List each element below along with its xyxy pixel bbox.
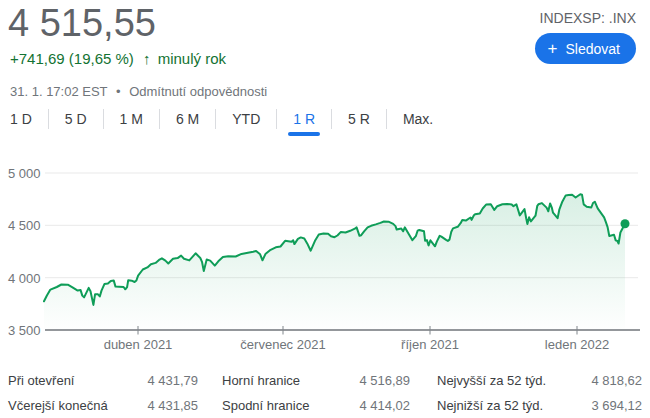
tab-6m[interactable]: 6 M — [160, 103, 215, 135]
x-axis-label: duben 2021 — [104, 337, 173, 352]
tab-5d[interactable]: 5 D — [49, 103, 103, 135]
follow-button[interactable]: + Sledovat — [535, 33, 636, 64]
timestamp: 31. 1. 17:02 EST — [10, 84, 107, 99]
summary-value: 4 414,02 — [359, 398, 410, 413]
up-arrow-icon: ↑ — [143, 50, 151, 67]
summary-column-range: Horní hranice 4 516,89 Spodní hranice 4 … — [222, 368, 410, 418]
summary-row: Nejvyšší za 52 týd. 4 818,62 — [437, 368, 642, 393]
summary-row: Včerejší konečná 4 431,85 — [8, 393, 198, 418]
last-price-dot — [621, 219, 630, 228]
summary-label: Včerejší konečná — [8, 398, 108, 413]
summary-label: Nejvyšší za 52 týd. — [437, 373, 546, 388]
summary-value: 3 694,12 — [591, 398, 642, 413]
disclaimer-link[interactable]: Odmítnutí odpovědnosti — [129, 84, 267, 99]
change-text: +741,69 (19,65 %) — [10, 50, 134, 67]
y-axis-label: 4 500 — [8, 218, 41, 233]
finance-widget: 4 515,55 +741,69 (19,65 %) ↑ minulý rok … — [0, 0, 650, 418]
summary-label: Spodní hranice — [222, 398, 309, 413]
y-axis-label: 3 500 — [8, 323, 41, 338]
summary-row: Při otevření 4 431,79 — [8, 368, 198, 393]
y-axis-label: 4 000 — [8, 271, 41, 286]
plus-icon: + — [548, 40, 558, 57]
summary-label: Nejnižší za 52 týd. — [437, 398, 543, 413]
change-period: minulý rok — [158, 50, 226, 67]
tab-1m[interactable]: 1 M — [104, 103, 159, 135]
summary-label: Horní hranice — [222, 373, 300, 388]
chart-area-fill — [44, 194, 625, 330]
tab-ytd[interactable]: YTD — [216, 103, 276, 135]
summary-row: Horní hranice 4 516,89 — [222, 368, 410, 393]
x-axis-label: leden 2022 — [545, 337, 609, 352]
summary-row: Nejnižší za 52 týd. 3 694,12 — [437, 393, 642, 418]
meta-row: 31. 1. 17:02 EST • Odmítnutí odpovědnost… — [10, 84, 267, 99]
summary-value: 4 516,89 — [359, 373, 410, 388]
y-axis-label: 5 000 — [8, 166, 41, 181]
summary-value: 4 431,85 — [147, 398, 198, 413]
summary-row: Spodní hranice 4 414,02 — [222, 393, 410, 418]
summary-label: Při otevření — [8, 373, 74, 388]
tab-5r[interactable]: 5 R — [332, 103, 386, 135]
tab-1d[interactable]: 1 D — [10, 103, 48, 135]
price: 4 515,55 — [8, 2, 156, 45]
summary-column-52wk: Nejvyšší za 52 týd. 4 818,62 Nejnižší za… — [437, 368, 642, 418]
x-axis-label: červenec 2021 — [240, 337, 325, 352]
summary-column-open-close: Při otevření 4 431,79 Včerejší konečná 4… — [8, 368, 198, 418]
summary-value: 4 818,62 — [591, 373, 642, 388]
tab-1r[interactable]: 1 R — [277, 103, 331, 135]
dot-separator: • — [116, 84, 121, 99]
summary-value: 4 431,79 — [147, 373, 198, 388]
price-chart[interactable]: 5 000 4 500 4 000 3 500 duben 2021 červe… — [0, 155, 650, 355]
range-tabs: 1 D 5 D 1 M 6 M YTD 1 R 5 R Max. — [10, 103, 449, 135]
ticker-symbol: INDEXSP: .INX — [540, 10, 636, 26]
follow-button-label: Sledovat — [566, 41, 620, 57]
tab-max[interactable]: Max. — [387, 103, 449, 135]
price-change-row: +741,69 (19,65 %) ↑ minulý rok — [10, 50, 226, 67]
x-axis-label: říjen 2021 — [401, 337, 459, 352]
